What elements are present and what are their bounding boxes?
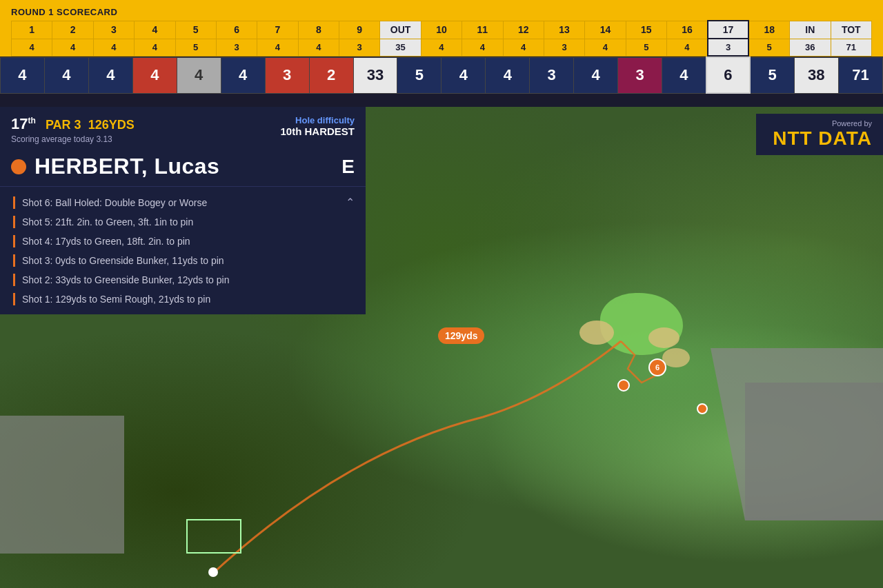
- par-10: 4: [421, 39, 462, 56]
- par-12: 4: [503, 39, 544, 56]
- par-2: 4: [52, 39, 93, 56]
- shot-text-2: Shot 2: 33yds to Greenside Bunker, 12yds…: [22, 274, 229, 285]
- scores-table: 4 4 4 4 4 4 3 2 33 5 4 4 3 4 3 4 6 5 38 …: [0, 57, 883, 94]
- shot-text-3: Shot 3: 0yds to Greenside Bunker, 11yds …: [22, 255, 224, 266]
- hole-hardest: 10th HARDEST: [280, 125, 355, 137]
- player-row: HERBERT, Lucas E: [0, 150, 366, 187]
- score-17: 6: [706, 57, 751, 93]
- shot-bar-6: [13, 196, 15, 209]
- hole-par-yds: PAR 3 126YDS: [46, 118, 135, 132]
- shot-bar-1: [13, 293, 15, 305]
- shot-text-5: Shot 5: 21ft. 2in. to Green, 3ft. 1in to…: [22, 216, 193, 227]
- score-12: 4: [486, 57, 530, 93]
- hole-num-7: 7: [257, 21, 298, 39]
- par-3: 4: [93, 39, 134, 56]
- score-10: 5: [397, 57, 442, 93]
- shot-bar-4: [13, 235, 15, 247]
- shot-marker-dot-1: [617, 379, 630, 392]
- par-17: 3: [708, 39, 748, 56]
- hole-num-8: 8: [298, 21, 339, 39]
- player-score: E: [341, 156, 355, 178]
- bunker-left: [579, 321, 614, 345]
- hole-num-in: IN: [790, 21, 831, 39]
- hole-num-9: 9: [339, 21, 380, 39]
- hole-num-1: 1: [12, 21, 52, 39]
- shot-bar-2: [13, 274, 15, 286]
- hole-num-out: OUT: [380, 21, 421, 39]
- distance-label: 129yds: [438, 327, 484, 344]
- par-6: 3: [216, 39, 257, 56]
- score-8: 2: [309, 57, 353, 93]
- par-14: 4: [585, 39, 626, 56]
- hole-num-10: 10: [421, 21, 462, 39]
- hole-info: 17th PAR 3 126YDS Scoring average today …: [0, 107, 366, 150]
- shot-item-6[interactable]: Shot 6: Ball Holed: Double Bogey or Wors…: [0, 192, 366, 212]
- par-out: 35: [380, 39, 421, 56]
- hole-num-15: 15: [626, 21, 666, 39]
- par-16: 4: [667, 39, 708, 56]
- par-1: 4: [12, 39, 52, 56]
- powered-by-text: Powered by: [773, 119, 872, 128]
- scores-row: 4 4 4 4 4 4 3 2 33 5 4 4 3 4 3 4 6 5 38 …: [0, 57, 883, 94]
- score-tot: 71: [838, 57, 882, 93]
- score-15: 3: [618, 57, 662, 93]
- hole-num-5: 5: [175, 21, 216, 39]
- hole-number-row: 17th PAR 3 126YDS: [11, 115, 135, 133]
- hole-num-3: 3: [93, 21, 134, 39]
- collapse-icon-6[interactable]: ⌃: [346, 196, 355, 209]
- hole-difficulty: Hole difficulty 10th HARDEST: [280, 115, 355, 137]
- shot-text-1: Shot 1: 129yds to Semi Rough, 21yds to p…: [22, 294, 210, 305]
- par-13: 3: [544, 39, 584, 56]
- score-in: 38: [794, 57, 838, 93]
- par-9: 3: [339, 39, 380, 56]
- shot-item-5: Shot 5: 21ft. 2in. to Green, 3ft. 1in to…: [0, 212, 366, 232]
- tee-box-rect: [186, 519, 241, 554]
- scorecard-table: 1 2 3 4 5 6 7 8 9 OUT 10 11 12 13 14 15 …: [11, 20, 872, 57]
- bunker-far-right: [662, 348, 690, 367]
- score-6: 4: [221, 57, 265, 93]
- score-3: 4: [88, 57, 132, 93]
- hole-num-13: 13: [544, 21, 584, 39]
- round-title: ROUND 1 SCORECARD: [11, 4, 872, 20]
- par-11: 4: [462, 39, 503, 56]
- player-dot: [11, 159, 26, 174]
- score-7: 3: [265, 57, 309, 93]
- hole-num-4: 4: [135, 21, 175, 39]
- hole-difficulty-label: Hole difficulty: [280, 115, 355, 125]
- par-8: 4: [298, 39, 339, 56]
- player-name: HERBERT, Lucas: [34, 154, 219, 179]
- shots-list: Shot 6: Ball Holed: Double Bogey or Wors…: [0, 187, 366, 314]
- shot-item-4: Shot 4: 17yds to Green, 18ft. 2in. to pi…: [0, 232, 366, 251]
- building-left-bottom: [0, 416, 124, 554]
- score-18: 5: [750, 57, 794, 93]
- hole-number: 17th: [11, 115, 40, 132]
- par-row: 4 4 4 4 5 3 4 4 3 35 4 4 4 3 4 5 4 3 5 3…: [12, 39, 872, 56]
- hole-num-2: 2: [52, 21, 93, 39]
- score-2: 4: [44, 57, 88, 93]
- shot-item-1: Shot 1: 129yds to Semi Rough, 21yds to p…: [0, 290, 366, 309]
- score-1: 4: [1, 57, 45, 93]
- score-out: 33: [353, 57, 397, 93]
- score-11: 4: [442, 57, 486, 93]
- hole-num-11: 11: [462, 21, 503, 39]
- info-panel: 17th PAR 3 126YDS Scoring average today …: [0, 107, 366, 314]
- hole-num-12: 12: [503, 21, 544, 39]
- par-18: 5: [748, 39, 789, 56]
- shot-marker-dot-2: [697, 403, 708, 414]
- par-15: 5: [626, 39, 666, 56]
- shot-item-2: Shot 2: 33yds to Greenside Bunker, 12yds…: [0, 270, 366, 290]
- score-5: 4: [177, 57, 221, 93]
- ball-marker: [208, 567, 218, 577]
- bunker-right: [648, 327, 679, 348]
- shot-text-4: Shot 4: 17yds to Green, 18ft. 2in. to pi…: [22, 236, 190, 247]
- par-5: 5: [175, 39, 216, 56]
- shot-bar-3: [13, 254, 15, 267]
- par-tot: 71: [831, 39, 872, 56]
- hole-left: 17th PAR 3 126YDS Scoring average today …: [11, 115, 135, 144]
- shot-text-6: Shot 6: Ball Holed: Double Bogey or Wors…: [22, 197, 207, 208]
- hole-num-tot: TOT: [831, 21, 872, 39]
- hole-num-16: 16: [667, 21, 708, 39]
- par-4: 4: [135, 39, 175, 56]
- scores-data-row: 4 4 4 4 4 4 3 2 33 5 4 4 3 4 3 4 6 5 38 …: [1, 57, 883, 93]
- par-in: 36: [790, 39, 831, 56]
